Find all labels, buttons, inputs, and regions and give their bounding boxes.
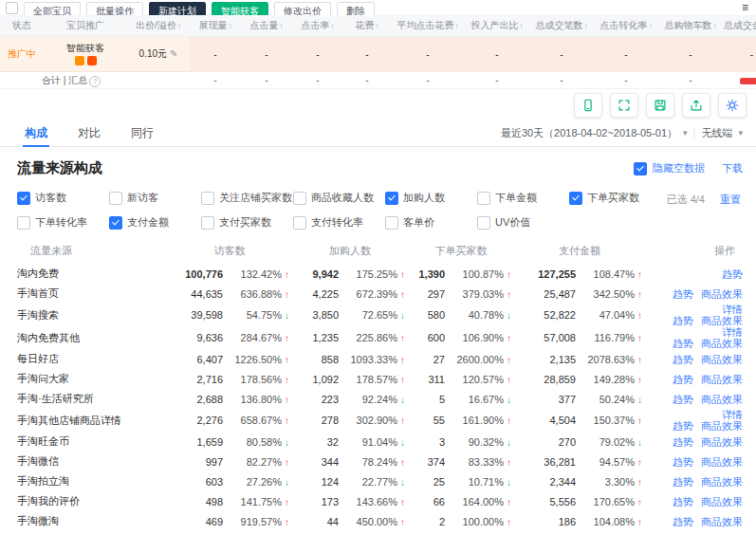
toolbar-button[interactable]: 智能获客 — [212, 2, 268, 15]
trend-link[interactable]: 趋势 — [673, 338, 693, 349]
download-link[interactable]: 下载 — [722, 161, 743, 175]
metric-checkbox-item[interactable]: 客单价 — [385, 215, 477, 230]
toolbar-button[interactable]: 批量操作 — [86, 2, 143, 15]
product-effect-link[interactable]: 商品效果 — [701, 456, 743, 468]
checkbox[interactable] — [293, 216, 306, 230]
detail-link[interactable]: 详情 — [722, 304, 743, 315]
col-order-buyers[interactable]: 下单买家数 — [408, 237, 514, 264]
col-visitors[interactable]: 访客数 — [167, 237, 292, 264]
detail-link[interactable]: 详情 — [722, 409, 743, 420]
sort-icon[interactable]: ↕ — [177, 22, 181, 30]
metric-checkbox-item[interactable]: UV价值 — [477, 215, 569, 230]
trend-link[interactable]: 趋势 — [673, 516, 693, 527]
product-effect-link[interactable]: 商品效果 — [701, 338, 743, 349]
checkbox[interactable] — [201, 192, 214, 205]
metric-checkbox-item[interactable]: 关注店铺买家数 — [201, 191, 293, 205]
trend-link[interactable]: 趋势 — [722, 268, 743, 280]
metric-checkbox-item[interactable]: 支付金额 — [109, 215, 201, 230]
sort-icon[interactable]: ↕ — [584, 22, 588, 30]
campaign-column-header[interactable]: 总成交笔数↕ — [529, 15, 594, 37]
metric-checkbox-item[interactable]: 商品收藏人数 — [293, 191, 385, 205]
checkbox[interactable] — [385, 216, 398, 230]
campaign-column-header[interactable]: 投入产出比↕ — [465, 15, 529, 37]
sort-icon[interactable]: ↕ — [331, 22, 335, 30]
trend-link[interactable]: 趋势 — [673, 288, 693, 300]
sort-icon[interactable]: ↕ — [649, 22, 653, 30]
col-pay-amount[interactable]: 支付金额 — [514, 237, 645, 264]
checkbox[interactable] — [477, 192, 490, 205]
product-effect-link[interactable]: 商品效果 — [701, 476, 743, 488]
trend-link[interactable]: 趋势 — [673, 436, 693, 448]
toolbar-button[interactable]: 修改出价 — [274, 2, 331, 15]
tab-composition[interactable]: 构成 — [9, 120, 63, 146]
campaign-column-header[interactable]: 出价/溢价↕ — [127, 15, 190, 37]
device-selector[interactable]: 无线端 — [701, 126, 732, 140]
checkbox[interactable] — [17, 216, 30, 230]
metric-checkbox-item[interactable]: 加购人数 — [385, 191, 477, 205]
campaign-column-header[interactable]: 展现量↕ — [190, 15, 241, 37]
sort-icon[interactable]: ↕ — [520, 22, 524, 30]
trend-link[interactable]: 趋势 — [673, 394, 693, 405]
tab-compare[interactable]: 对比 — [63, 120, 116, 146]
trend-link[interactable]: 趋势 — [673, 354, 693, 365]
campaign-column-header[interactable]: 宝贝推广 — [44, 15, 127, 37]
trend-link[interactable]: 趋势 — [673, 496, 693, 507]
product-effect-link[interactable]: 商品效果 — [701, 288, 743, 300]
campaign-column-header[interactable]: 总购物车数↕ — [658, 15, 723, 37]
product-effect-link[interactable]: 商品效果 — [701, 374, 743, 385]
campaign-column-header[interactable]: 平均点击花费↕ — [391, 15, 465, 37]
mobile-preview-icon[interactable] — [574, 93, 602, 118]
metric-checkbox-item[interactable]: 下单金额 — [477, 191, 569, 205]
date-range-selector[interactable]: 最近30天（2018-04-02~2018-05-01） — [501, 126, 677, 140]
col-cart[interactable]: 加购人数 — [292, 237, 408, 264]
product-effect-link[interactable]: 商品效果 — [701, 394, 743, 405]
metric-checkbox-item[interactable]: 下单转化率 — [17, 215, 109, 230]
sort-icon[interactable]: ↕ — [280, 22, 284, 30]
export-icon[interactable] — [682, 93, 710, 118]
metric-checkbox-item[interactable]: 下单买家数 — [569, 191, 661, 205]
trend-link[interactable]: 趋势 — [673, 456, 693, 468]
checkbox[interactable] — [569, 192, 582, 205]
select-all-checkbox[interactable] — [6, 2, 18, 14]
checkbox[interactable] — [109, 192, 122, 205]
detail-link[interactable]: 详情 — [722, 326, 743, 338]
checkbox[interactable] — [477, 216, 490, 230]
checkbox[interactable] — [385, 192, 398, 205]
trend-link[interactable]: 趋势 — [673, 476, 693, 488]
fullscreen-icon[interactable] — [610, 93, 638, 118]
metric-checkbox-item[interactable]: 支付转化率 — [293, 215, 385, 230]
sort-icon[interactable]: ↕ — [229, 22, 232, 30]
menu-icon[interactable]: ≡ — [742, 2, 748, 13]
sort-icon[interactable]: ↕ — [455, 22, 459, 30]
campaign-column-header[interactable]: 点击量↕ — [241, 15, 292, 37]
campaign-column-header[interactable]: 状态 — [0, 15, 44, 37]
hide-empty-label[interactable]: 隐藏空数据 — [653, 161, 705, 175]
sort-icon[interactable]: ↕ — [376, 22, 379, 30]
toolbar-button[interactable]: 新建计划 — [149, 2, 206, 15]
settings-icon[interactable] — [718, 93, 747, 118]
save-icon[interactable] — [646, 93, 674, 118]
col-source[interactable]: 流量来源 — [17, 237, 167, 264]
trend-link[interactable]: 趋势 — [673, 420, 693, 432]
trend-link[interactable]: 趋势 — [673, 315, 693, 326]
product-effect-link[interactable]: 商品效果 — [701, 516, 743, 527]
checkbox[interactable] — [201, 216, 214, 230]
campaign-row[interactable]: 推广中智能获客0.10元✎---------- — [0, 37, 756, 72]
tab-peers[interactable]: 同行 — [116, 120, 169, 146]
product-effect-link[interactable]: 商品效果 — [701, 354, 743, 365]
campaign-column-header[interactable]: 点击转化率↕ — [594, 15, 658, 37]
product-effect-link[interactable]: 商品效果 — [701, 315, 743, 326]
product-effect-link[interactable]: 商品效果 — [701, 420, 743, 432]
metric-checkbox-item[interactable]: 新访客 — [109, 191, 201, 205]
checkbox[interactable] — [293, 192, 306, 205]
campaign-column-header[interactable]: 花费↕ — [343, 15, 391, 37]
info-icon[interactable]: ? — [89, 76, 101, 87]
metric-checkbox-item[interactable]: 访客数 — [17, 191, 109, 205]
toolbar-button[interactable]: 删除 — [337, 2, 375, 15]
hide-empty-checkbox[interactable] — [634, 162, 647, 175]
checkbox[interactable] — [109, 216, 122, 230]
sort-icon[interactable]: ↕ — [713, 22, 717, 30]
edit-icon[interactable]: ✎ — [170, 48, 177, 59]
product-effect-link[interactable]: 商品效果 — [701, 436, 743, 448]
campaign-column-header[interactable]: 点击率↕ — [292, 15, 343, 37]
